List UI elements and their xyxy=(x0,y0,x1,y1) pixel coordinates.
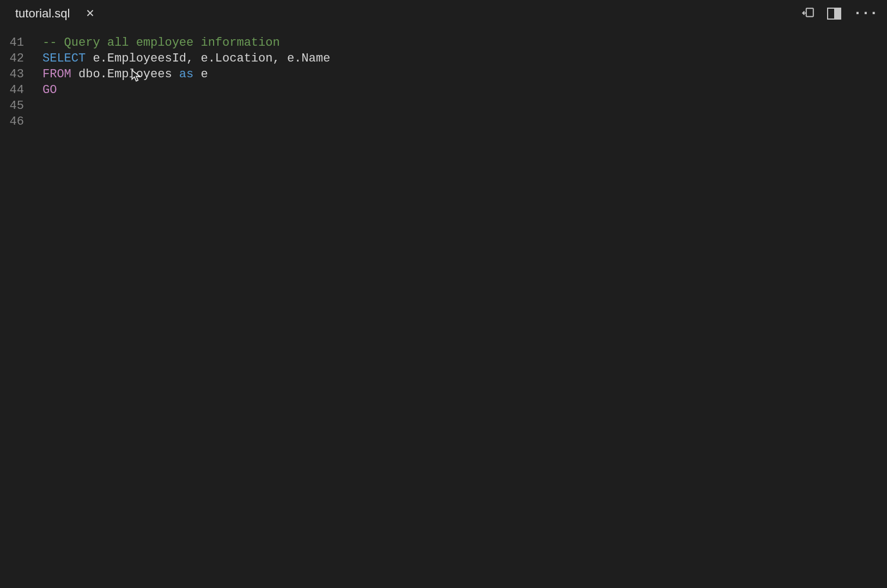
code-line[interactable]: FROM dbo.Employees as e xyxy=(42,66,887,82)
line-number: 41 xyxy=(0,35,24,51)
editor[interactable]: 41 42 43 44 45 46 -- Query all employee … xyxy=(0,27,887,130)
sql-keyword: GO xyxy=(42,83,57,97)
tab-bar: tutorial.sql ✕ ··· xyxy=(0,0,887,27)
sql-keyword: as xyxy=(179,68,193,81)
code-line[interactable] xyxy=(42,98,887,114)
sql-comment: -- Query all employee information xyxy=(42,36,280,50)
sql-identifier: e xyxy=(193,68,208,81)
sql-identifier: e.EmployeesId, e.Location, e.Name xyxy=(86,52,330,65)
more-actions-icon[interactable]: ··· xyxy=(853,6,877,21)
close-icon[interactable]: ✕ xyxy=(83,6,97,21)
split-editor-icon[interactable] xyxy=(827,8,841,20)
tab-label: tutorial.sql xyxy=(15,7,70,21)
code-line[interactable]: -- Query all employee information xyxy=(42,35,887,51)
sql-keyword: SELECT xyxy=(42,52,86,65)
line-number: 45 xyxy=(0,98,24,114)
line-number: 43 xyxy=(0,66,24,82)
line-number: 46 xyxy=(0,114,24,130)
line-number: 44 xyxy=(0,82,24,98)
editor-actions: ··· xyxy=(801,6,883,21)
code-line[interactable]: GO xyxy=(42,82,887,98)
code-line[interactable]: SELECT e.EmployeesId, e.Location, e.Name xyxy=(42,51,887,66)
sql-identifier: dbo.Employees xyxy=(71,68,179,81)
open-changes-icon[interactable] xyxy=(801,7,815,21)
svg-rect-2 xyxy=(835,9,840,19)
line-gutter: 41 42 43 44 45 46 xyxy=(0,35,42,130)
file-tab[interactable]: tutorial.sql ✕ xyxy=(4,0,105,27)
svg-rect-0 xyxy=(806,8,813,16)
tabs-left: tutorial.sql ✕ xyxy=(4,0,105,27)
code-area[interactable]: -- Query all employee information SELECT… xyxy=(42,35,887,130)
line-number: 42 xyxy=(0,51,24,66)
sql-keyword: FROM xyxy=(42,68,71,81)
code-line[interactable] xyxy=(42,114,887,130)
